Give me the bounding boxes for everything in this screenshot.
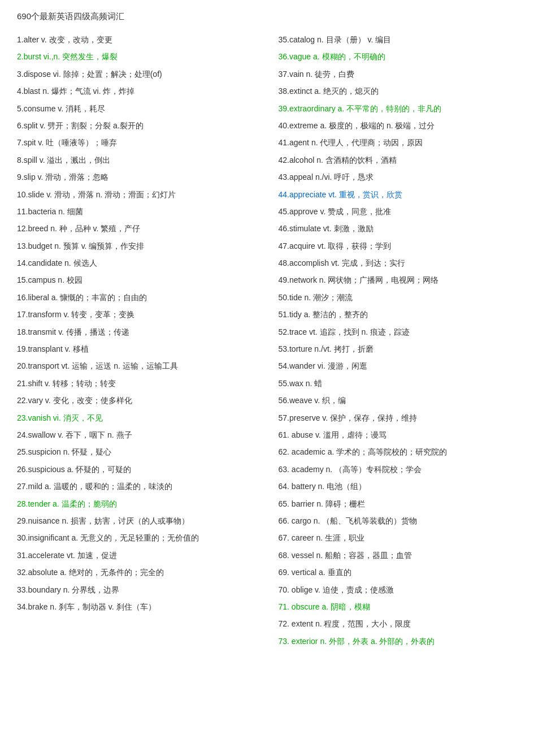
- list-item: 3.dispose vi. 除掉；处置；解决；处理(of): [17, 68, 256, 80]
- page-title: 690个最新英语四级高频词汇: [17, 11, 517, 22]
- list-item: 4.blast n. 爆炸；气流 vi. 炸，炸掉: [17, 85, 256, 97]
- list-item: 61. abuse v. 滥用，虐待；谩骂: [279, 429, 518, 441]
- list-item: 48.accomplish vt. 完成，到达；实行: [279, 257, 518, 269]
- list-item: 50.tide n. 潮汐；潮流: [279, 291, 518, 304]
- list-item: 65. barrier n. 障碍；栅栏: [279, 498, 518, 510]
- list-item: 44.appreciate vt. 重视，赏识，欣赏: [279, 188, 518, 201]
- list-item: 10.slide v. 滑动，滑落 n. 滑动；滑面；幻灯片: [17, 188, 256, 201]
- list-item: 66. cargo n. （船、飞机等装载的）货物: [279, 515, 518, 527]
- list-item: 39.extraordinary a. 不平常的，特别的，非凡的: [279, 102, 518, 115]
- list-item: 11.bacteria n. 细菌: [17, 205, 256, 218]
- list-item: 72. extent n. 程度，范围，大小，限度: [279, 617, 518, 630]
- list-item: 69. vertical a. 垂直的: [279, 566, 518, 578]
- list-item: 52.trace vt. 追踪，找到 n. 痕迹，踪迹: [279, 326, 518, 338]
- list-item: 68. vessel n. 船舶；容器，器皿；血管: [279, 549, 518, 561]
- list-item: 70. oblige v. 迫使，责成；使感激: [279, 584, 518, 596]
- list-item: 43.appeal n./vi. 呼吁，恳求: [279, 171, 518, 183]
- list-item: 63. academy n. （高等）专科院校；学会: [279, 463, 518, 476]
- list-item: 30.insignificant a. 无意义的，无足轻重的；无价值的: [17, 532, 256, 544]
- list-item: 22.vary v. 变化，改变；使多样化: [17, 394, 256, 407]
- list-item: 13.budget n. 预算 v. 编预算，作安排: [17, 240, 256, 252]
- list-item: 25.suspicion n. 怀疑，疑心: [17, 446, 256, 458]
- list-item: 31.accelerate vt. 加速，促进: [17, 549, 256, 561]
- list-item: 36.vague a. 模糊的，不明确的: [279, 50, 518, 63]
- list-item: 19.transplant v. 移植: [17, 343, 256, 355]
- left-column: 1.alter v. 改变，改动，变更2.burst vi.,n. 突然发生，爆…: [17, 33, 267, 652]
- list-item: 24.swallow v. 吞下，咽下 n. 燕子: [17, 429, 256, 441]
- list-item: 42.alcohol n. 含酒精的饮料，酒精: [279, 154, 518, 166]
- list-item: 15.campus n. 校园: [17, 274, 256, 286]
- list-item: 37.vain n. 徒劳，白费: [279, 68, 518, 80]
- list-item: 16.liberal a. 慷慨的；丰富的；自由的: [17, 291, 256, 304]
- right-column: 35.catalog n. 目录（册） v. 编目36.vague a. 模糊的…: [267, 33, 518, 652]
- list-item: 5.consume v. 消耗，耗尽: [17, 102, 256, 115]
- list-item: 6.split v. 劈开；割裂；分裂 a.裂开的: [17, 119, 256, 132]
- list-item: 1.alter v. 改变，改动，变更: [17, 33, 256, 46]
- list-item: 12.breed n. 种，品种 v. 繁殖，产仔: [17, 222, 256, 235]
- list-item: 23.vanish vi. 消灭，不见: [17, 412, 256, 424]
- list-item: 47.acquire vt. 取得，获得；学到: [279, 240, 518, 252]
- list-item: 41.agent n. 代理人，代理商；动因，原因: [279, 136, 518, 149]
- list-item: 33.boundary n. 分界线，边界: [17, 584, 256, 596]
- list-item: 49.network n. 网状物；广播网，电视网；网络: [279, 274, 518, 286]
- list-item: 67. career n. 生涯，职业: [279, 532, 518, 544]
- list-item: 14.candidate n. 候选人: [17, 257, 256, 269]
- list-item: 51.tidy a. 整洁的，整齐的: [279, 308, 518, 321]
- list-item: 53.torture n./vt. 拷打，折磨: [279, 343, 518, 355]
- list-item: 55.wax n. 蜡: [279, 377, 518, 390]
- list-item: 54.wander vi. 漫游，闲逛: [279, 360, 518, 372]
- list-item: 73. exterior n. 外部，外表 a. 外部的，外表的: [279, 635, 518, 647]
- list-item: 17.transform v. 转变，变革；变换: [17, 308, 256, 321]
- list-item: 7.spit v. 吐（唾液等）；唾弃: [17, 136, 256, 149]
- list-item: 57.preserve v. 保护，保存，保持，维持: [279, 412, 518, 424]
- list-item: 29.nuisance n. 损害，妨害，讨厌（的人或事物）: [17, 515, 256, 527]
- list-item: 2.burst vi.,n. 突然发生，爆裂: [17, 50, 256, 63]
- list-item: 32.absolute a. 绝对的，无条件的；完全的: [17, 566, 256, 578]
- list-item: 26.suspicious a. 怀疑的，可疑的: [17, 463, 256, 476]
- list-item: 46.stimulate vt. 刺激，激励: [279, 222, 518, 235]
- list-item: 9.slip v. 滑动，滑落；忽略: [17, 171, 256, 183]
- list-item: 35.catalog n. 目录（册） v. 编目: [279, 33, 518, 46]
- list-item: 40.extreme a. 极度的，极端的 n. 极端，过分: [279, 119, 518, 132]
- list-item: 45.approve v. 赞成，同意，批准: [279, 205, 518, 218]
- list-item: 64. battery n. 电池（组）: [279, 480, 518, 493]
- list-item: 71. obscure a. 阴暗，模糊: [279, 601, 518, 613]
- list-item: 62. academic a. 学术的；高等院校的；研究院的: [279, 446, 518, 458]
- list-item: 21.shift v. 转移；转动；转变: [17, 377, 256, 390]
- list-item: 38.extinct a. 绝灭的，熄灭的: [279, 85, 518, 97]
- list-item: 28.tender a. 温柔的；脆弱的: [17, 498, 256, 510]
- list-item: 20.transport vt. 运输，运送 n. 运输，运输工具: [17, 360, 256, 372]
- list-item: 27.mild a. 温暖的，暖和的；温柔的，味淡的: [17, 480, 256, 493]
- list-item: 34.brake n. 刹车，制动器 v. 刹住（车）: [17, 601, 256, 613]
- list-item: 8.spill v. 溢出，溅出，倒出: [17, 154, 256, 166]
- list-item: 56.weave v. 织，编: [279, 394, 518, 407]
- list-item: 18.transmit v. 传播，播送；传递: [17, 326, 256, 338]
